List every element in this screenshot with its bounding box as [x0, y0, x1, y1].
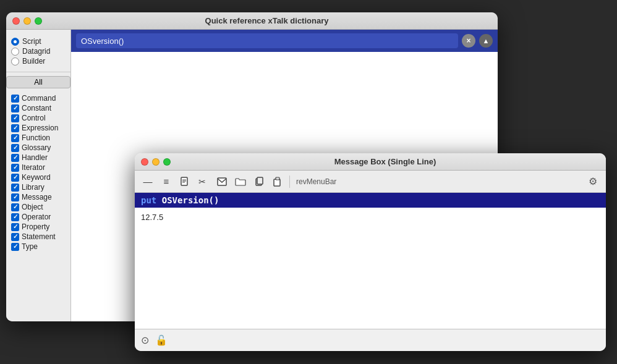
checkbox-type[interactable]: Type [6, 242, 70, 252]
checkbox-statement-box[interactable] [11, 233, 19, 241]
checkbox-type-label: Type [22, 242, 38, 251]
radio-script[interactable]: Script [11, 37, 66, 46]
msg-footer: ⊙ 🔓 [135, 329, 606, 351]
checkbox-operator-label: Operator [22, 213, 51, 221]
checkbox-statement[interactable]: Statement [6, 232, 70, 242]
checkbox-keyword-box[interactable] [11, 174, 19, 182]
msg-traffic-lights [141, 158, 171, 166]
toolbar-multi-line-icon[interactable]: ≡ [158, 174, 174, 190]
msg-toolbar: — ≡ ✂ [135, 171, 606, 193]
checkbox-glossary[interactable]: Glossary [6, 143, 70, 153]
search-bar: × ▲ [71, 30, 498, 52]
radio-builder[interactable]: Builder [11, 57, 66, 66]
toolbar-cut-icon[interactable]: ✂ [195, 174, 211, 190]
svg-rect-7 [257, 177, 263, 184]
dict-titlebar: Quick reference xTalk dictionary [6, 12, 498, 30]
checkbox-iterator[interactable]: Iterator [6, 163, 70, 172]
checkbox-function-box[interactable] [11, 134, 19, 142]
checkbox-keyword[interactable]: Keyword [6, 172, 70, 182]
checkbox-statement-label: Statement [22, 232, 56, 241]
checkbox-operator-box[interactable] [11, 213, 19, 221]
traffic-lights [12, 17, 42, 25]
toolbar-single-line-icon[interactable]: — [140, 174, 156, 190]
msg-titlebar: Message Box (Single Line) [135, 153, 606, 171]
checkbox-library[interactable]: Library [6, 182, 70, 192]
toolbar-divider [289, 176, 290, 188]
checkbox-message-label: Message [22, 193, 52, 201]
checkbox-library-label: Library [22, 183, 45, 192]
gear-icon[interactable]: ⚙ [585, 174, 601, 190]
checkbox-iterator-box[interactable] [11, 164, 19, 172]
toolbar-new-icon[interactable] [177, 174, 193, 190]
radio-builder-circle[interactable] [11, 57, 19, 66]
search-input[interactable] [76, 33, 458, 48]
radio-script-label: Script [22, 37, 41, 46]
checkbox-handler[interactable]: Handler [6, 153, 70, 163]
svg-rect-5 [218, 178, 226, 185]
checkbox-function-label: Function [22, 133, 50, 142]
checkbox-control-box[interactable] [11, 114, 19, 122]
lock-icon[interactable]: 🔓 [155, 334, 168, 346]
checkbox-expression-label: Expression [22, 124, 58, 132]
checkbox-command[interactable]: Command [6, 93, 70, 103]
checkbox-library-box[interactable] [11, 184, 19, 192]
checkbox-iterator-label: Iterator [22, 163, 45, 172]
toolbar-label: revMenuBar [296, 177, 582, 186]
toolbar-copy-icon[interactable] [251, 174, 267, 190]
checkbox-property-box[interactable] [11, 223, 19, 231]
radio-script-circle[interactable] [11, 38, 19, 46]
all-button[interactable]: All [6, 76, 70, 88]
checkbox-glossary-label: Glossary [22, 143, 51, 152]
msg-window: Message Box (Single Line) — ≡ ✂ [135, 153, 606, 351]
checkbox-property-label: Property [22, 222, 49, 231]
checkbox-property[interactable]: Property [6, 222, 70, 232]
msg-title: Message Box (Single Line) [171, 157, 600, 166]
msg-command-text: put OSVersion() [141, 195, 219, 205]
checkbox-message[interactable]: Message [6, 192, 70, 202]
minimize-button[interactable] [23, 17, 31, 25]
msg-command-bar[interactable]: put OSVersion() [135, 193, 606, 208]
checkbox-expression-box[interactable] [11, 124, 19, 132]
svg-rect-8 [274, 179, 280, 186]
radio-datagrid-label: Datagrid [22, 47, 50, 56]
checkbox-constant-label: Constant [22, 104, 51, 112]
radio-datagrid-circle[interactable] [11, 48, 19, 56]
search-clear-button[interactable]: × [462, 34, 475, 48]
search-up-button[interactable]: ▲ [479, 34, 493, 48]
checkbox-keyword-label: Keyword [22, 173, 51, 182]
msg-content: 12.7.5 [135, 208, 606, 329]
checkbox-message-box[interactable] [11, 193, 19, 201]
checkbox-type-box[interactable] [11, 243, 19, 251]
msg-close-button[interactable] [141, 158, 148, 166]
radio-datagrid[interactable]: Datagrid [11, 47, 66, 56]
maximize-button[interactable] [35, 17, 42, 25]
checkbox-function[interactable]: Function [6, 133, 70, 143]
toolbar-mail-icon[interactable] [214, 174, 230, 190]
toolbar-paste-icon[interactable] [270, 174, 286, 190]
close-button[interactable] [12, 17, 20, 25]
msg-result: 12.7.5 [141, 213, 600, 222]
msg-minimize-button[interactable] [152, 158, 160, 166]
target-icon[interactable]: ⊙ [141, 334, 149, 346]
checkbox-command-label: Command [22, 94, 56, 103]
svg-rect-9 [276, 177, 279, 180]
checkbox-constant[interactable]: Constant [6, 103, 70, 113]
checkbox-object[interactable]: Object [6, 202, 70, 212]
checkbox-handler-label: Handler [22, 153, 48, 162]
toolbar-folder-icon[interactable] [232, 174, 249, 190]
checkbox-object-label: Object [22, 203, 43, 211]
checkbox-glossary-box[interactable] [11, 144, 19, 152]
svg-text:✂: ✂ [198, 177, 206, 187]
checkbox-object-box[interactable] [11, 203, 19, 211]
checkbox-handler-box[interactable] [11, 154, 19, 162]
radio-builder-label: Builder [22, 57, 45, 66]
checkbox-constant-box[interactable] [11, 104, 19, 112]
checkbox-control[interactable]: Control [6, 113, 70, 123]
sidebar: Script Datagrid Builder All Command C [6, 30, 71, 321]
checkbox-operator[interactable]: Operator [6, 212, 70, 222]
checkbox-control-label: Control [22, 114, 46, 122]
msg-maximize-button[interactable] [163, 158, 171, 166]
checkbox-command-box[interactable] [11, 95, 19, 103]
dict-title: Quick reference xTalk dictionary [42, 16, 491, 25]
checkbox-expression[interactable]: Expression [6, 123, 70, 133]
